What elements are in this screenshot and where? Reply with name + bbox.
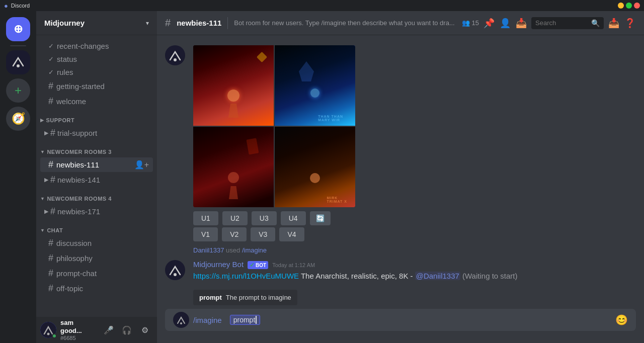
chat-input-box[interactable]: /imagine prompt 😊 [165,309,636,331]
channel-item-off-topic[interactable]: off-topic [40,281,153,296]
slash-command-label: /imagine [193,316,222,324]
channel-name-newbies-171: newbies-171 [57,207,100,216]
variation-2-button[interactable]: V2 [222,227,247,241]
channel-item-rules[interactable]: ✓ rules [40,66,153,78]
server-header[interactable]: Midjourney ▾ [36,11,157,35]
upscale-1-button[interactable]: U1 [193,211,218,225]
svg-point-5 [166,261,185,280]
upscale-2-button[interactable]: U2 [222,211,248,225]
image-cell-bottom-right[interactable]: MIRKTRIMAT X [275,127,355,207]
help-button[interactable]: ❓ [624,17,636,29]
add-user-icon[interactable]: 👤+ [134,160,149,169]
channel-topic: Bot room for new users. Type /imagine th… [234,19,455,27]
channel-item-getting-started[interactable]: getting-started [40,79,153,94]
category-support-label: SUPPORT [46,117,75,123]
channel-name-prompt-chat: prompt-chat [56,269,97,278]
image-cell-top-left[interactable] [193,45,274,126]
image-cell-top-right[interactable]: THAN THANMARY WIR [275,45,355,126]
hash-icon-welcome [48,96,53,107]
prompt-tooltip-container: prompt The prompt to imagine [157,286,644,309]
image-cell-bottom-left[interactable] [193,127,274,207]
chat-input-field[interactable]: /imagine prompt [193,315,611,325]
refresh-button[interactable]: 🔄 [310,211,331,225]
add-member-button[interactable]: 👤 [499,17,511,29]
svg-point-6 [174,273,177,276]
channel-item-welcome[interactable]: welcome [40,94,153,109]
channel-name-newbies-111: newbies-111 [56,160,99,169]
svg-point-0 [17,64,20,67]
inbox-button[interactable]: 📥 [515,17,527,29]
category-support[interactable]: SUPPORT [36,109,157,125]
message-time: Today at 1:12 AM [272,262,315,268]
title-bar-title: Discord [11,3,30,9]
user-settings-button[interactable]: ⚙ [137,322,153,338]
upscale-buttons: U1 U2 U3 U4 🔄 [193,211,636,225]
message-group-image: THAN THANMARY WIR MIRKTRIMAT X [157,43,644,243]
chat-avatar-graphic [174,313,188,327]
user-name: sam good... [60,319,97,334]
channel-item-prompt-chat[interactable]: prompt-chat [40,266,153,281]
header-actions: 👥 15 📌 👤 📥 🔍 📥 ❓ [462,17,636,29]
midjourney-server-icon[interactable] [6,50,30,74]
image-grid[interactable]: THAN THANMARY WIR MIRKTRIMAT X [193,45,355,207]
prompt-tooltip-label: prompt [199,294,222,301]
channel-item-newbies-141[interactable]: ▶ newbies-141 [40,173,153,187]
variation-4-button[interactable]: V4 [279,227,304,241]
channel-name-welcome: welcome [56,97,86,106]
channel-item-discussion[interactable]: discussion [40,236,153,250]
channel-item-newbies-111[interactable]: newbies-111 👤+ [40,157,153,172]
user-status-dot [52,333,57,338]
hash-icon-off-topic [48,283,53,294]
messages-area[interactable]: THAN THANMARY WIR MIRKTRIMAT X [157,35,644,309]
discord-home-button[interactable]: ⊕ [6,17,30,41]
channel-item-philosophy[interactable]: philosophy [40,251,153,266]
channel-item-recent-changes[interactable]: ✓ recent-changes [40,40,153,52]
user-tag: #6685 [60,335,97,341]
server-divider [10,45,26,46]
channel-item-newbies-171[interactable]: ▶ newbies-171 [40,204,153,219]
search-bar[interactable]: 🔍 [531,17,604,29]
title-bar: ● Discord [0,0,644,11]
channel-name-discussion: discussion [56,239,92,247]
category-newcomer-rooms-3[interactable]: NEWCOMER ROOMS 3 [36,141,157,157]
chat-input-area: /imagine prompt 😊 [157,309,644,343]
close-button[interactable] [634,3,640,9]
message-text-content: The Anarchist, realistic, epic, 8K - [301,272,415,280]
command-user: Daniil1337 [193,246,224,254]
channel-name-newbies-141: newbies-141 [57,176,100,184]
emoji-button[interactable]: 😊 [615,314,628,326]
title-bar-controls[interactable] [618,3,640,9]
chat-expand-icon [40,228,45,233]
mute-button[interactable]: 🎤 [101,322,117,338]
maximize-button[interactable] [626,3,632,9]
message-link[interactable]: https://s.mj.run/l1OHvEuMUWE [193,272,299,280]
channel-item-trial-support[interactable]: ▶ trial-support [40,126,153,140]
user-controls: 🎤 🎧 ⚙ [101,322,153,338]
channel-name-off-topic: off-topic [56,284,83,293]
message-header-bot: Midjourney Bot ✓ BOT Today at 1:12 AM [193,260,636,269]
upscale-3-button[interactable]: U3 [252,211,277,225]
search-input[interactable] [535,19,589,27]
category-newcomer-rooms-4[interactable]: NEWCOMER ROOMS 4 [36,188,157,204]
prompt-input-tag[interactable]: prompt [230,315,261,325]
category-chat[interactable]: CHAT [36,219,157,235]
bot-avatar-2 [165,260,185,280]
channel-item-status[interactable]: ✓ status [40,53,153,65]
deafen-button[interactable]: 🎧 [119,322,135,338]
category-newcomer4-label: NEWCOMER ROOMS 4 [47,196,111,202]
hash-icon-newbies-171 [50,206,55,217]
add-server-button[interactable]: + [6,78,30,103]
variation-3-button[interactable]: V3 [251,227,275,241]
minimize-button[interactable] [618,3,624,9]
inbox-alt-button[interactable]: 📥 [608,17,620,29]
svg-point-2 [47,333,50,335]
server-list: ⊕ + 🧭 [0,11,36,343]
explore-servers-button[interactable]: 🧭 [6,107,30,131]
hash-icon-getting-started [48,81,53,92]
discord-logo: ● [4,2,8,10]
upscale-4-button[interactable]: U4 [281,211,306,225]
newcomer4-expand-icon [40,196,45,201]
midjourney-bot-avatar-2 [166,261,185,280]
pin-button[interactable]: 📌 [483,17,495,29]
variation-1-button[interactable]: V1 [193,227,218,241]
